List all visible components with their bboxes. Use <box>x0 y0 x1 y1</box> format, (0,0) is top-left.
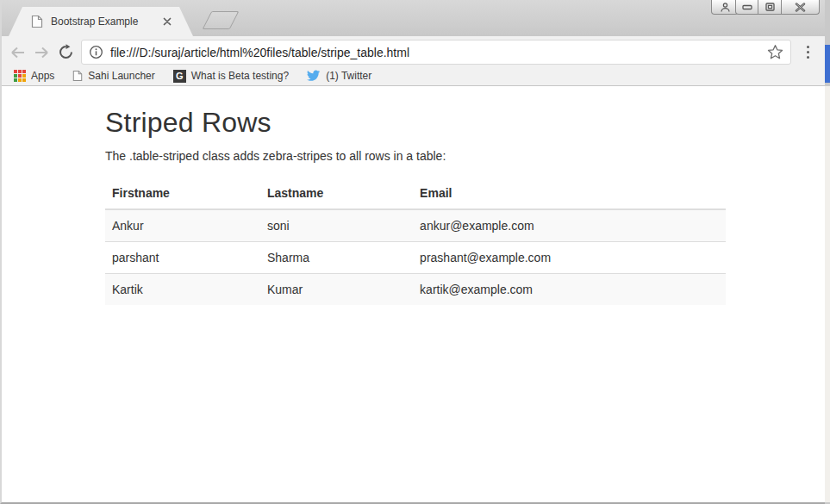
address-bar[interactable]: file:///D:/suraj/article/html%20files/ta… <box>81 40 791 65</box>
page-description: The .table-striped class adds zebra-stri… <box>105 147 726 165</box>
reload-button[interactable] <box>53 40 78 65</box>
bookmark-apps[interactable]: Apps <box>14 70 54 82</box>
apps-grid-icon <box>14 70 26 82</box>
cell-lastname: soni <box>260 209 413 242</box>
web-page: Striped Rows The .table-striped class ad… <box>2 86 825 502</box>
cell-firstname: parshant <box>105 242 260 274</box>
forward-button[interactable] <box>29 40 53 65</box>
window-controls <box>735 0 820 15</box>
tab-close-icon[interactable] <box>160 15 174 28</box>
profile-icon <box>720 2 731 13</box>
restore-button[interactable] <box>758 0 782 15</box>
bookmark-sahi-launcher[interactable]: Sahi Launcher <box>72 70 154 82</box>
bookmark-label: Sahi Launcher <box>88 70 154 82</box>
cell-email: prashant@example.com <box>413 242 726 274</box>
bookmarks-bar: Apps Sahi Launcher G What is Beta testin… <box>2 68 825 86</box>
tab-title: Bootstrap Example <box>51 16 160 28</box>
cell-firstname: Kartik <box>105 274 260 306</box>
col-header-lastname: Lastname <box>260 177 413 209</box>
browser-toolbar: file:///D:/suraj/article/html%20files/ta… <box>2 36 825 68</box>
back-arrow-icon <box>9 46 26 59</box>
content-container: Striped Rows The .table-striped class ad… <box>105 107 726 305</box>
page-info-icon[interactable] <box>89 45 103 59</box>
minimize-button[interactable] <box>735 0 758 15</box>
forward-arrow-icon <box>34 46 50 59</box>
desktop-screen: Bootstrap Example <box>0 0 830 504</box>
table-row: Kartik Kumar kartik@example.com <box>105 274 726 306</box>
col-header-email: Email <box>413 177 726 209</box>
table-header-row: Firstname Lastname Email <box>105 177 726 209</box>
chrome-menu-button[interactable] <box>797 40 818 65</box>
bookmark-twitter[interactable]: (1) Twitter <box>307 70 371 82</box>
background-surface <box>825 86 830 502</box>
table-row: parshant Sharma prashant@example.com <box>105 242 726 274</box>
page-icon <box>72 70 83 82</box>
new-tab-button[interactable] <box>203 11 240 29</box>
twitter-icon <box>307 70 321 82</box>
striped-table: Firstname Lastname Email Ankur soni anku… <box>105 177 726 305</box>
reload-icon <box>58 44 74 60</box>
tab-strip: Bootstrap Example <box>2 0 825 36</box>
page-favicon-icon <box>31 15 43 28</box>
bookmark-star-icon[interactable] <box>767 44 783 60</box>
cell-lastname: Sharma <box>260 242 413 274</box>
background-window-sliver <box>825 0 830 504</box>
tab-bootstrap-example[interactable]: Bootstrap Example <box>9 7 193 36</box>
bookmark-label: What is Beta testing? <box>191 70 289 82</box>
g-badge-icon: G <box>173 70 186 83</box>
bookmark-what-is-beta-testing[interactable]: G What is Beta testing? <box>173 70 289 83</box>
bookmark-label: Apps <box>31 70 54 82</box>
url-text[interactable]: file:///D:/suraj/article/html%20files/ta… <box>110 46 767 59</box>
cell-lastname: Kumar <box>260 274 413 306</box>
bookmark-label: (1) Twitter <box>326 70 371 82</box>
cell-email: kartik@example.com <box>413 274 726 306</box>
cell-firstname: Ankur <box>105 209 260 242</box>
col-header-firstname: Firstname <box>105 177 260 209</box>
table-row: Ankur soni ankur@example.com <box>105 209 726 242</box>
page-title: Striped Rows <box>105 107 726 139</box>
browser-window: Bootstrap Example <box>0 0 826 504</box>
back-button[interactable] <box>5 40 29 65</box>
cell-email: ankur@example.com <box>413 209 726 242</box>
background-accent <box>825 45 830 83</box>
close-button[interactable] <box>782 0 820 15</box>
